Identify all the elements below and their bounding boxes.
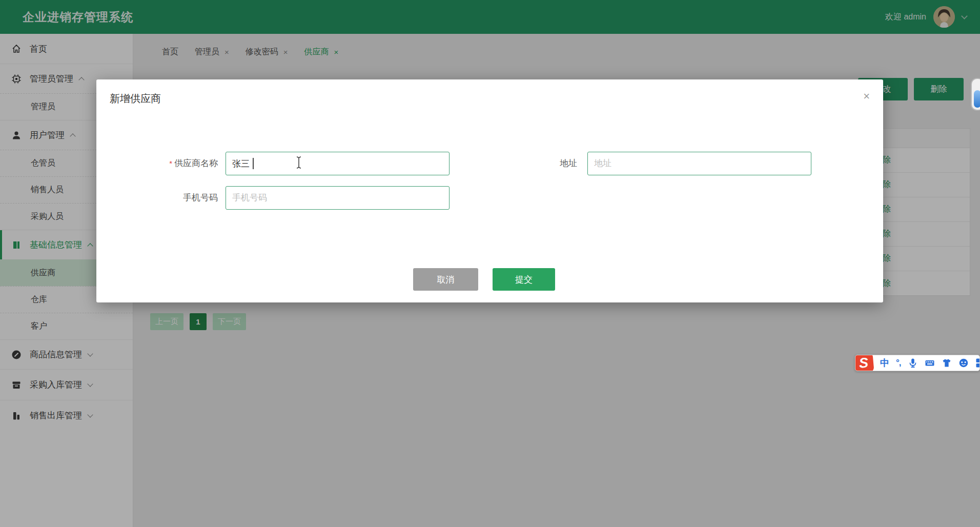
edge-widget-indicator [974, 90, 980, 108]
address-input[interactable] [587, 152, 811, 175]
dialog-title: 新增供应商 [110, 92, 161, 106]
toolbox-grid-icon[interactable] [975, 358, 980, 368]
ibeam-cursor [295, 156, 302, 169]
sogou-logo-icon[interactable]: S [855, 355, 874, 371]
add-supplier-dialog: 新增供应商 × *供应商名称 地址 手机号码 取消 提交 [96, 79, 883, 302]
submit-button[interactable]: 提交 [493, 268, 555, 291]
microphone-icon[interactable] [908, 358, 918, 368]
label-text: 供应商名称 [174, 158, 218, 168]
address-label: 地址 [455, 152, 577, 175]
ime-mode-chinese[interactable]: 中 [880, 357, 889, 369]
supplier-name-input[interactable] [226, 152, 450, 175]
emoji-face-icon[interactable] [958, 358, 969, 368]
phone-label: 手机号码 [96, 186, 218, 210]
dialog-close-icon[interactable]: × [863, 91, 870, 102]
skin-shirt-icon[interactable] [942, 358, 952, 368]
ime-toolbar: S 中 °, [855, 355, 980, 371]
required-asterisk: * [169, 159, 172, 168]
browser-edge-widget[interactable] [971, 78, 980, 111]
text-caret [253, 158, 254, 169]
cancel-button[interactable]: 取消 [413, 268, 478, 291]
ime-punctuation-icon[interactable]: °, [896, 358, 901, 368]
phone-input[interactable] [226, 186, 450, 210]
supplier-name-label: *供应商名称 [96, 152, 218, 175]
keyboard-icon[interactable] [925, 358, 935, 368]
